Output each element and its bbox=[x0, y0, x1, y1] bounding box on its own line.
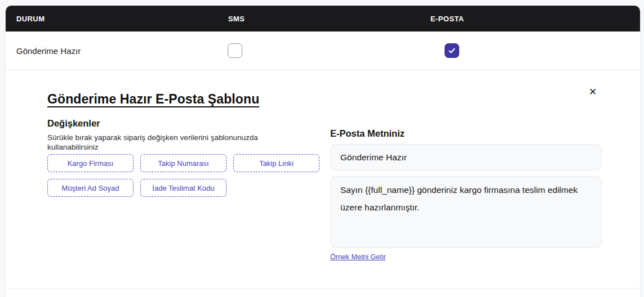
email-checkbox-cell bbox=[429, 43, 640, 58]
table-row: Gönderime Hazır bbox=[6, 32, 640, 70]
column-header-email: E-POSTA bbox=[429, 15, 640, 23]
sample-text-link[interactable]: Örnek Metni Getir bbox=[330, 253, 386, 261]
section-divider bbox=[6, 288, 640, 289]
email-checkbox[interactable] bbox=[445, 43, 459, 58]
variable-chip-takip-linki[interactable]: Takip Linki bbox=[233, 154, 319, 172]
email-text-section: E-Posta Metniniz Sayın {{full_name}} gön… bbox=[330, 118, 602, 262]
column-header-status: DURUM bbox=[6, 15, 217, 23]
sms-checkbox-cell bbox=[217, 43, 429, 58]
notification-settings-card: DURUM SMS E-POSTA Gönderime Hazır ✕ Gönd… bbox=[5, 6, 641, 297]
variable-chip-takip-numarasi[interactable]: Takip Numarası bbox=[140, 154, 226, 172]
email-subject-input[interactable] bbox=[330, 144, 602, 170]
email-template-panel: ✕ Gönderime Hazır E-Posta Şablonu Değişk… bbox=[6, 70, 640, 288]
variables-section: Değişkenler Sürükle bırak yaparak sipari… bbox=[47, 118, 330, 262]
check-icon bbox=[448, 47, 456, 55]
variable-chip-iade-teslimat-kodu[interactable]: İade Teslimat Kodu bbox=[140, 179, 226, 197]
variable-chip-musteri-ad-soyad[interactable]: Müşteri Ad Soyad bbox=[47, 179, 134, 197]
status-label: Gönderime Hazır bbox=[6, 46, 217, 56]
variables-description: Sürükle bırak yaparak sipariş değişken v… bbox=[47, 133, 284, 152]
variable-chip-kargo-firmasi[interactable]: Kargo Firması bbox=[47, 154, 134, 172]
column-header-sms: SMS bbox=[217, 15, 429, 23]
variables-heading: Değişkenler bbox=[47, 118, 330, 129]
table-header-row: DURUM SMS E-POSTA bbox=[6, 6, 640, 32]
sms-checkbox[interactable] bbox=[228, 43, 242, 58]
close-icon[interactable]: ✕ bbox=[586, 86, 599, 99]
email-body-textarea[interactable]: Sayın {{full_name}} gönderiniz kargo fir… bbox=[330, 176, 602, 248]
panel-title: Gönderime Hazır E-Posta Şablonu bbox=[47, 92, 259, 107]
variable-chips: Kargo Firması Takip Numarası Takip Linki… bbox=[47, 154, 330, 197]
email-text-heading: E-Posta Metniniz bbox=[330, 128, 602, 139]
